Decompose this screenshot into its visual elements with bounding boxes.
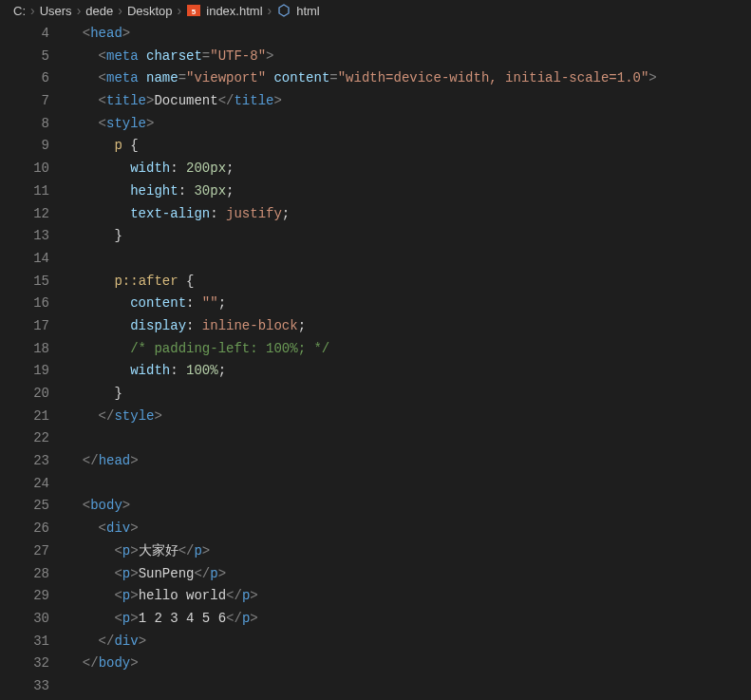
code-line[interactable]: } [66,225,751,248]
breadcrumb-seg[interactable]: Desktop [127,4,173,18]
code-line[interactable]: text-align: justify; [66,203,751,226]
breadcrumb[interactable]: C: › Users › dede › Desktop › 5 index.ht… [0,0,751,21]
chevron-right-icon: › [77,3,82,18]
code-line[interactable]: <div> [66,518,751,540]
code-line[interactable] [66,473,751,496]
html-file-icon: 5 [186,3,201,18]
line-number: 28 [0,563,49,586]
code-line[interactable]: display: inline-block; [66,315,751,338]
line-number: 9 [0,135,49,158]
code-line[interactable]: p::after { [66,271,751,293]
breadcrumb-seg[interactable]: Users [40,4,72,18]
line-number: 6 [0,67,49,90]
code-editor[interactable]: 4567891011121314151617181920212223242526… [0,21,751,698]
code-line[interactable]: <p>SunPeng</p> [66,563,751,586]
line-number: 14 [0,248,49,271]
code-line[interactable]: </style> [66,406,751,428]
code-line[interactable] [66,427,751,450]
line-number: 7 [0,90,49,113]
code-line[interactable]: <p>1 2 3 4 5 6</p> [66,608,751,631]
code-line[interactable]: width: 100%; [66,360,751,383]
line-number: 32 [0,653,49,675]
line-number: 12 [0,203,49,226]
code-line[interactable]: <p>大家好</p> [66,540,751,563]
code-line[interactable]: </head> [66,450,751,473]
line-number: 11 [0,180,49,203]
code-line[interactable]: content: ""; [66,293,751,315]
code-line[interactable]: p { [66,135,751,158]
line-number: 24 [0,473,49,496]
line-number: 4 [0,23,49,46]
line-number: 31 [0,631,49,653]
code-line[interactable] [66,675,751,698]
line-number: 22 [0,427,49,450]
line-number: 10 [0,158,49,180]
svg-text:5: 5 [192,8,197,16]
code-line[interactable]: </div> [66,631,751,653]
code-line[interactable]: width: 200px; [66,158,751,180]
line-number: 13 [0,225,49,248]
line-number: 21 [0,406,49,428]
code-line[interactable] [66,248,751,271]
code-line[interactable]: <title>Document</title> [66,90,751,113]
code-line[interactable]: <body> [66,495,751,518]
line-number: 15 [0,271,49,293]
line-number: 20 [0,383,49,406]
chevron-right-icon: › [118,3,122,18]
line-number: 27 [0,540,49,563]
line-number: 8 [0,113,49,136]
line-number: 26 [0,518,49,540]
chevron-right-icon: › [30,3,35,18]
code-line[interactable]: <p>hello world</p> [66,585,751,608]
symbol-icon [276,3,291,18]
breadcrumb-seg[interactable]: index.html [206,4,262,18]
code-line[interactable]: <meta charset="UTF-8"> [66,46,751,68]
chevron-right-icon: › [178,3,182,18]
line-number: 25 [0,495,49,518]
line-number: 18 [0,338,49,361]
code-line[interactable]: <head> [66,23,751,46]
line-number: 29 [0,585,49,608]
code-line[interactable]: height: 30px; [66,180,751,203]
code-line[interactable]: </body> [66,653,751,675]
line-number: 5 [0,46,49,68]
line-number: 30 [0,608,49,631]
code-line[interactable]: <meta name="viewport" content="width=dev… [66,67,751,90]
breadcrumb-seg[interactable]: html [296,4,320,18]
line-number: 16 [0,293,49,315]
line-number: 19 [0,360,49,383]
code-line[interactable]: <style> [66,113,751,136]
breadcrumb-seg[interactable]: dede [85,4,113,18]
line-number-gutter: 4567891011121314151617181920212223242526… [0,23,66,698]
line-number: 17 [0,315,49,338]
breadcrumb-seg[interactable]: C: [13,4,26,18]
code-line[interactable]: /* padding-left: 100%; */ [66,338,751,361]
code-area[interactable]: <head> <meta charset="UTF-8"> <meta name… [66,23,751,698]
code-line[interactable]: } [66,383,751,406]
line-number: 23 [0,450,49,473]
line-number: 33 [0,675,49,698]
chevron-right-icon: › [268,3,272,18]
